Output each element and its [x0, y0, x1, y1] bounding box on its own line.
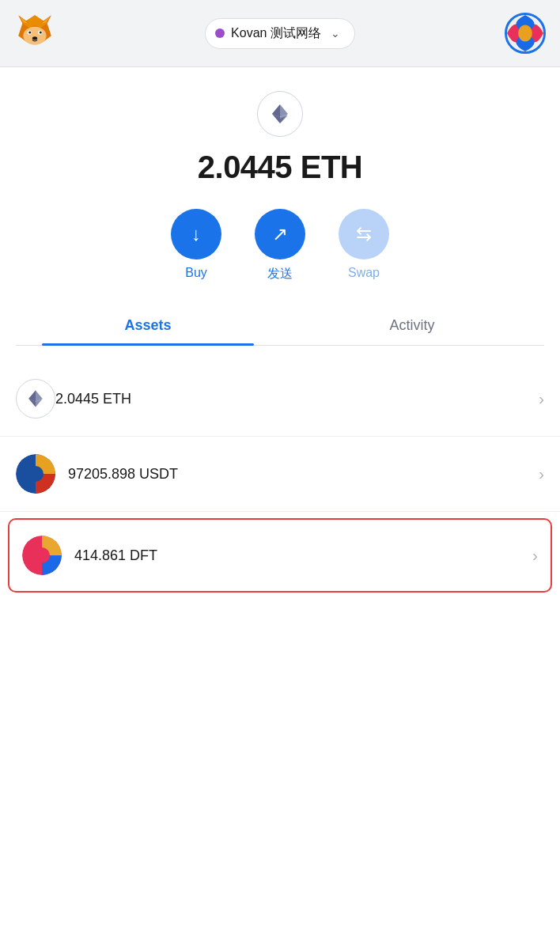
- metamask-logo[interactable]: [14, 11, 55, 55]
- network-selector[interactable]: Kovan 测试网络 ⌄: [205, 18, 355, 49]
- main-content: 2.0445 ETH ↓ Buy ↗ 发送 ⇆ Swap: [0, 67, 560, 943]
- avatar[interactable]: [505, 13, 546, 54]
- usdt-asset-amount: 97205.898 USDT: [68, 466, 539, 483]
- tabs: Assets Activity: [16, 306, 544, 346]
- buy-icon-circle: ↓: [171, 209, 221, 259]
- send-label: 发送: [267, 266, 293, 282]
- send-button[interactable]: ↗ 发送: [255, 209, 305, 282]
- buy-button[interactable]: ↓ Buy: [171, 209, 221, 280]
- asset-item-dft[interactable]: 414.861 DFT ›: [8, 518, 552, 593]
- swap-icon: ⇆: [356, 225, 372, 244]
- tab-assets[interactable]: Assets: [16, 306, 280, 345]
- svg-point-11: [40, 31, 42, 33]
- network-label: Kovan 测试网络: [231, 25, 321, 42]
- swap-button[interactable]: ⇆ Swap: [339, 209, 389, 280]
- eth-chevron-right-icon: ›: [539, 390, 544, 408]
- asset-list: 2.0445 ETH › 97205.898 USDT ›: [0, 362, 560, 593]
- svg-point-13: [518, 25, 532, 41]
- tab-activity[interactable]: Activity: [280, 306, 544, 345]
- buy-label: Buy: [185, 266, 207, 280]
- wallet-section: 2.0445 ETH ↓ Buy ↗ 发送 ⇆ Swap: [0, 67, 560, 362]
- swap-icon-circle: ⇆: [339, 209, 389, 259]
- download-icon: ↓: [191, 225, 201, 244]
- usdt-chevron-right-icon: ›: [539, 465, 544, 483]
- svg-point-6: [23, 27, 46, 45]
- asset-item-usdt[interactable]: 97205.898 USDT ›: [0, 437, 560, 512]
- eth-asset-amount: 2.0445 ETH: [55, 391, 539, 407]
- eth-token-icon: [16, 379, 55, 418]
- action-buttons: ↓ Buy ↗ 发送 ⇆ Swap: [171, 209, 389, 282]
- svg-point-10: [28, 31, 31, 33]
- svg-point-7: [32, 36, 37, 40]
- eth-logo: [257, 91, 303, 137]
- chevron-down-icon: ⌄: [331, 27, 340, 40]
- network-dot: [215, 28, 225, 38]
- usdt-token-icon: [16, 454, 55, 494]
- balance-display: 2.0445 ETH: [198, 150, 362, 185]
- arrow-up-right-icon: ↗: [272, 225, 288, 244]
- asset-item-eth[interactable]: 2.0445 ETH ›: [0, 362, 560, 437]
- dft-token-icon: [22, 536, 62, 575]
- dft-chevron-right-icon: ›: [532, 547, 538, 565]
- dft-asset-amount: 414.861 DFT: [74, 547, 532, 564]
- header: Kovan 测试网络 ⌄: [0, 0, 560, 67]
- svg-point-26: [34, 547, 50, 563]
- svg-point-24: [28, 466, 44, 482]
- swap-label: Swap: [348, 266, 380, 280]
- send-icon-circle: ↗: [255, 209, 305, 259]
